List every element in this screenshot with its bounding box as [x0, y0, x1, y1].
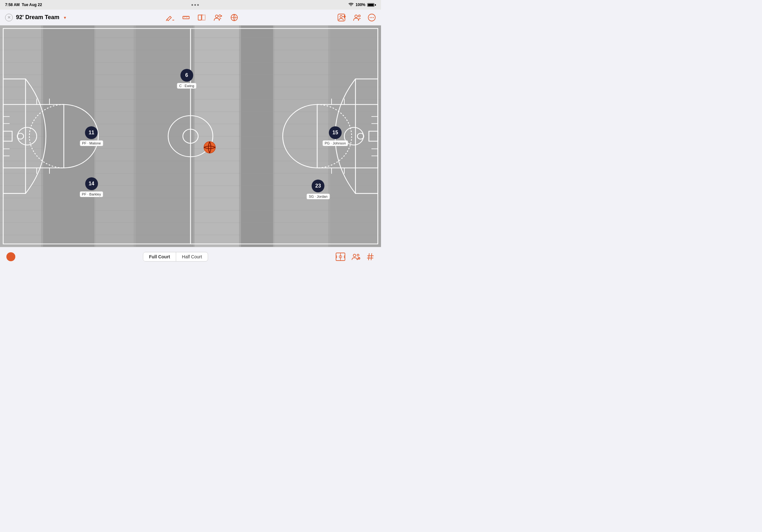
hashtag-icon[interactable] [366, 253, 375, 261]
svg-rect-7 [198, 15, 201, 20]
player-number: 14 [85, 177, 98, 190]
svg-point-23 [370, 17, 371, 18]
player-label: PF · Malone [80, 140, 103, 146]
player-number: 23 [312, 179, 325, 192]
court-toggle: Full Court Half Court [143, 252, 208, 262]
dot3 [197, 4, 199, 6]
battery-label: 100% [355, 3, 365, 7]
player-number: 11 [85, 126, 98, 139]
player-23[interactable]: 23SG · Jordan [307, 179, 330, 199]
svg-point-77 [357, 254, 359, 256]
svg-point-11 [219, 15, 221, 17]
nav-left: ✕ 92' Dream Team ▾ [5, 14, 66, 21]
basketball[interactable] [203, 141, 216, 155]
court-diagram-icon[interactable] [336, 253, 345, 261]
close-button[interactable]: ✕ [5, 14, 13, 21]
nav-right-tools [338, 13, 376, 22]
svg-line-0 [166, 20, 167, 21]
dot2 [194, 4, 196, 6]
svg-point-25 [373, 17, 374, 18]
svg-point-10 [215, 15, 218, 18]
svg-line-84 [371, 253, 372, 260]
bottom-bar: Full Court Half Court [0, 247, 381, 266]
svg-point-76 [353, 254, 356, 257]
full-court-button[interactable]: Full Court [143, 252, 176, 261]
status-time: 7:58 AM Tue Aug 22 [5, 3, 42, 7]
player-number: 15 [329, 126, 342, 139]
nav-bar: ✕ 92' Dream Team ▾ [0, 10, 381, 26]
status-right: 100% [348, 3, 376, 7]
basketball-court[interactable]: 6C · Ewing11PF · Malone14PF · Barkley15P… [0, 26, 381, 247]
player-number: 6 [180, 69, 193, 82]
players-container: 6C · Ewing11PF · Malone14PF · Barkley15P… [0, 26, 381, 247]
battery-icon [367, 3, 376, 7]
share-roster-icon[interactable] [353, 13, 361, 22]
svg-point-24 [371, 17, 372, 18]
ball-icon[interactable] [230, 13, 238, 22]
close-icon: ✕ [7, 15, 11, 20]
player-label: C · Ewing [177, 83, 196, 89]
svg-point-72 [204, 142, 215, 153]
more-options-icon[interactable] [368, 13, 376, 22]
players-settings-icon[interactable] [351, 253, 360, 261]
svg-point-21 [358, 15, 360, 17]
nav-center-tools [166, 13, 238, 22]
court-container[interactable]: 6C · Ewing11PF · Malone14PF · Barkley15P… [0, 26, 381, 247]
record-button[interactable] [6, 252, 15, 261]
player-label: PG · Johnson [322, 140, 348, 146]
flip-icon[interactable] [197, 14, 206, 21]
svg-rect-8 [202, 15, 205, 20]
player-label: PF · Barkley [80, 191, 104, 197]
svg-line-83 [369, 253, 369, 260]
nav-title: 92' Dream Team [16, 14, 59, 21]
half-court-button[interactable]: Half Court [176, 252, 208, 261]
player-15[interactable]: 15PG · Johnson [322, 126, 348, 146]
bottom-right-tools [336, 253, 375, 261]
status-bar: 7:58 AM Tue Aug 22 100% [0, 0, 381, 10]
wifi-icon [348, 3, 353, 7]
ruler-icon[interactable] [182, 14, 190, 21]
pencil-tool-icon[interactable] [166, 14, 175, 21]
svg-point-17 [340, 15, 343, 18]
status-center [191, 4, 199, 6]
player-6[interactable]: 6C · Ewing [177, 69, 196, 89]
dot1 [191, 4, 193, 6]
player-label: SG · Jordan [307, 194, 330, 199]
player-14[interactable]: 14PF · Barkley [80, 177, 104, 197]
svg-point-20 [355, 15, 357, 18]
player-11[interactable]: 11PF · Malone [80, 126, 103, 146]
svg-rect-2 [183, 16, 189, 19]
chevron-down-icon[interactable]: ▾ [64, 15, 66, 20]
add-person-icon[interactable] [338, 13, 346, 22]
players-icon[interactable] [213, 14, 222, 21]
